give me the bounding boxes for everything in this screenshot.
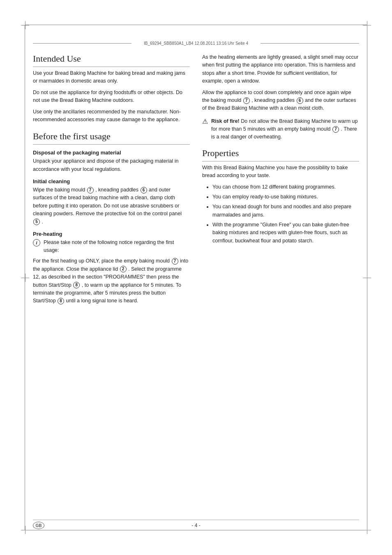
before-first-usage-title: Before the first usage [33, 131, 190, 145]
notice-block: i Please take note of the following noti… [33, 239, 190, 254]
crosshair-bottom-right [363, 526, 371, 534]
info-icon: i [33, 239, 40, 246]
initial-cleaning-text2: , kneading paddles [95, 187, 138, 193]
before-first-usage-section: Before the first usage Disposal of the p… [33, 131, 190, 305]
crosshair-bottom-left [21, 526, 29, 534]
disposal-subtitle: Disposal of the packaging material [33, 150, 190, 156]
pre-heating-text5: until a long signal tone is heard. [66, 298, 138, 304]
right-column: As the heating elements are lightly grea… [202, 53, 359, 518]
properties-title: Properties [202, 148, 359, 161]
pre-heating-para: For the first heating up ONLY, place the… [33, 257, 190, 305]
header-text: IB_69294_SBB850A1_LB4 12.08.2011 13:16 U… [144, 41, 248, 46]
list-item: You can employ ready-to-use baking mixtu… [212, 193, 359, 201]
circle-num-7d: 7 [332, 126, 339, 133]
gb-badge: GB [33, 522, 44, 529]
footer: GB - 4 - [33, 520, 359, 528]
page-number: - 4 - [191, 523, 200, 528]
circle-num-2a: 2 [120, 266, 127, 272]
header-line-right [261, 43, 359, 44]
crosshair-top-left [21, 21, 29, 29]
circle-num-7a: 7 [87, 187, 94, 193]
right-para2: Allow the appliance to cool down complet… [202, 89, 359, 113]
intended-use-para1: Use your Bread Baking Machine for baking… [33, 69, 190, 85]
crosshair-top-right [363, 21, 371, 29]
crosshair-mid-left [21, 274, 29, 282]
notice-text: Please take note of the following notice… [44, 239, 190, 254]
circle-num-8b: 8 [58, 298, 64, 304]
header-bar: IB_69294_SBB850A1_LB4 12.08.2011 13:16 U… [33, 41, 359, 46]
circle-num-8a: 8 [73, 282, 80, 288]
warning-block: ⚠ Risk of fire! Do not allow the Bread B… [202, 117, 359, 141]
properties-section: Properties With this Bread Baking Machin… [202, 148, 359, 245]
main-content: Intended Use Use your Bread Baking Machi… [33, 53, 359, 518]
intended-use-para3: Use only the ancillaries recommended by … [33, 108, 190, 124]
properties-intro: With this Bread Baking Machine you have … [202, 164, 359, 180]
circle-num-6b: 6 [297, 97, 303, 104]
initial-cleaning-subtitle: Initial cleaning [33, 178, 190, 184]
list-item: You can choose from 12 different baking … [212, 183, 359, 191]
warning-text: Risk of fire! Do not allow the Bread Bak… [211, 117, 359, 141]
initial-cleaning-text1: Wipe the baking mould [33, 187, 85, 193]
circle-num-6a: 6 [141, 187, 147, 193]
page-border-top [25, 25, 367, 25]
intended-use-title: Intended Use [33, 53, 190, 67]
header-line-left [33, 43, 131, 44]
crosshair-mid-right [363, 274, 371, 282]
initial-cleaning-text4: . [42, 219, 43, 225]
intended-use-para2: Do not use the appliance for drying food… [33, 89, 190, 105]
warning-label: Risk of fire! [211, 118, 240, 124]
page-border-bottom [25, 530, 367, 530]
left-column: Intended Use Use your Bread Baking Machi… [33, 53, 190, 518]
circle-num-5a: 5 [33, 219, 40, 225]
intended-use-section: Intended Use Use your Bread Baking Machi… [33, 53, 190, 124]
warning-icon: ⚠ [202, 117, 208, 125]
initial-cleaning-text: Wipe the baking mould 7 , kneading paddl… [33, 186, 190, 226]
properties-list: You can choose from 12 different baking … [206, 183, 359, 245]
pre-heating-subtitle: Pre-heating [33, 231, 190, 237]
pre-heating-text1: For the first heating up ONLY, place the… [33, 258, 170, 264]
circle-num-7b: 7 [172, 258, 178, 265]
list-item: You can knead dough for buns and noodles… [212, 203, 359, 219]
circle-num-7c: 7 [243, 97, 250, 104]
list-item: With the programme "Gluten Free" you can… [212, 221, 359, 245]
right-para1: As the heating elements are lightly grea… [202, 53, 359, 85]
right-para2-mid: , kneading paddles [251, 97, 295, 103]
disposal-text: Unpack your appliance and dispose of the… [33, 157, 190, 173]
